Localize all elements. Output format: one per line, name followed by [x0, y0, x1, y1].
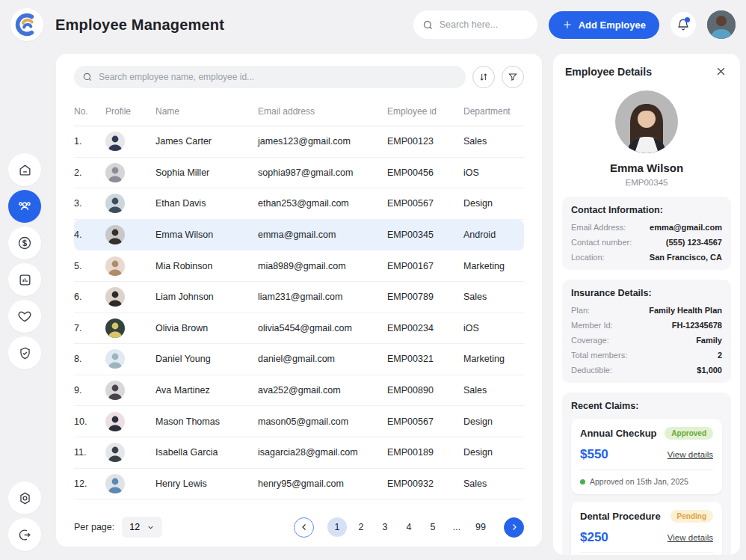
claims-section-title: Recent Claims: — [571, 401, 722, 411]
field-value: San Francisco, CA — [650, 253, 722, 262]
claim-view-details-link[interactable]: View details — [668, 450, 713, 459]
previous-page-button[interactable] — [294, 517, 314, 538]
sidebar-item-logout[interactable] — [8, 518, 41, 551]
employee-id: EMP00456 — [387, 167, 463, 178]
employee-email: daniel@gmail.com — [258, 354, 387, 364]
page-number-button[interactable]: 1 — [327, 517, 347, 537]
details-panel-title: Employee Details — [565, 66, 652, 78]
employee-id: EMP00567 — [387, 416, 463, 427]
table-row[interactable]: 6. Liam Johnson liam231@gmail.com EMP007… — [74, 282, 524, 313]
sidebar-item-benefits[interactable] — [8, 300, 41, 333]
sidebar-item-reports[interactable] — [8, 263, 41, 296]
page-number-button[interactable]: 99 — [471, 517, 490, 537]
sidebar-item-payroll[interactable] — [8, 227, 41, 259]
field-value: $1,000 — [697, 366, 722, 375]
employee-email: olivia5454@gmail.com — [258, 323, 387, 333]
sort-button[interactable] — [472, 66, 495, 88]
table-row[interactable]: 5. Mia Robinson mia8989@gmail.com EMP001… — [74, 250, 524, 282]
search-icon — [82, 72, 93, 82]
employee-department: Sales — [463, 136, 524, 147]
next-page-button[interactable] — [504, 517, 524, 538]
per-page-value: 12 — [129, 522, 140, 532]
employee-email: liam231@gmail.com — [258, 292, 387, 302]
claim-amount: $550 — [580, 447, 608, 462]
sidebar-item-employees[interactable] — [8, 190, 41, 223]
avatar — [105, 194, 155, 213]
table-row[interactable]: 12. Henry Lewis henry95@gmail.com EMP009… — [74, 469, 524, 500]
table-row[interactable]: 8. Daniel Young daniel@gmail.com EMP0032… — [74, 344, 524, 375]
field-label: Location: — [571, 253, 605, 262]
avatar — [105, 132, 155, 151]
close-details-button[interactable] — [714, 64, 728, 79]
avatar-image — [105, 381, 125, 400]
claim-name: Annual Checkup — [580, 428, 657, 439]
table-search-input[interactable] — [99, 72, 457, 82]
field-label: Coverage: — [571, 336, 609, 345]
employee-department: Design — [463, 198, 524, 209]
page-number-button[interactable]: 5 — [423, 517, 443, 537]
sidebar-item-home[interactable] — [8, 153, 41, 186]
table-row[interactable]: 3. Ethan Davis ethan253@gmail.com EMP005… — [74, 188, 524, 220]
claim-view-details-link[interactable]: View details — [668, 533, 713, 542]
header-search[interactable] — [413, 10, 537, 39]
column-employee-id: Employee id — [387, 106, 463, 117]
page-ellipsis: ... — [447, 517, 466, 537]
row-number: 9. — [74, 385, 105, 396]
avatar — [105, 256, 155, 276]
table-row[interactable]: 2. Sophia Miller sophia987@gmail.com EMP… — [74, 158, 524, 189]
page-number-button[interactable]: 3 — [375, 517, 395, 537]
notifications-button[interactable] — [671, 12, 696, 37]
gear-icon — [18, 491, 32, 505]
table-row[interactable]: 11. Isabella Garcia isagarcia28@gmail.co… — [74, 437, 524, 469]
table-search[interactable] — [74, 66, 466, 88]
claim-status-dot — [580, 479, 585, 484]
page-number-button[interactable]: 2 — [351, 517, 371, 537]
employee-name: James Carter — [155, 136, 258, 147]
column-department: Department — [463, 106, 524, 117]
claim-amount: $250 — [580, 530, 608, 545]
add-employee-button[interactable]: Add Employee — [549, 11, 659, 39]
detail-field-row: Coverage: Family — [571, 336, 722, 345]
employee-name: Ava Martinez — [155, 385, 258, 396]
table-row[interactable]: 4. Emma Wilson emma@gmail.com EMP00345 A… — [74, 220, 524, 251]
avatar-image — [105, 132, 125, 151]
column-name: Name — [155, 106, 258, 117]
avatar-image — [105, 319, 125, 338]
per-page-select[interactable]: 12 — [122, 517, 162, 538]
field-value: Family — [696, 336, 722, 345]
detail-field-row: Member Id: FH-12345678 — [571, 321, 722, 330]
page-number-button[interactable]: 4 — [399, 517, 419, 537]
table-row[interactable]: 1. James Carter james123@gmail.com EMP00… — [74, 126, 524, 158]
column-email: Email address — [258, 106, 387, 117]
chevron-down-icon — [147, 523, 155, 532]
sidebar-item-compliance[interactable] — [8, 336, 41, 369]
filter-button[interactable] — [502, 66, 524, 88]
user-avatar[interactable] — [707, 10, 736, 39]
page-title: Employee Management — [55, 16, 224, 34]
employee-id: EMP00321 — [387, 354, 463, 364]
employee-department: iOS — [463, 167, 524, 178]
app-logo — [10, 8, 43, 41]
claim-name: Dental Procedure — [580, 511, 661, 522]
avatar-image — [105, 225, 125, 244]
row-number: 6. — [74, 292, 105, 302]
header-search-input[interactable] — [440, 19, 522, 30]
sidebar-item-settings[interactable] — [8, 481, 41, 514]
table-row[interactable]: 7. Olivia Brown olivia5454@gmail.com EMP… — [74, 313, 524, 345]
employee-id: EMP00567 — [387, 198, 463, 209]
row-number: 4. — [74, 230, 105, 240]
field-label: Email Address: — [571, 223, 626, 232]
avatar-image — [105, 474, 125, 493]
detail-field-row: Total members: 2 — [571, 351, 722, 360]
contact-information-section: Contact Information: Email Address: emma… — [562, 197, 731, 270]
employee-name: Daniel Young — [155, 354, 258, 364]
row-number: 5. — [74, 261, 105, 271]
table-row[interactable]: 10. Mason Thomas mason05@gmail.com EMP00… — [74, 406, 524, 437]
heart-icon — [17, 309, 32, 324]
per-page-label: Per page: — [74, 522, 114, 532]
filter-icon — [508, 72, 518, 82]
table-row[interactable]: 9. Ava Martinez ava252@gmail.com EMP0089… — [74, 375, 524, 407]
row-number: 2. — [74, 167, 105, 178]
row-number: 11. — [74, 447, 105, 458]
avatar-image — [105, 287, 125, 307]
